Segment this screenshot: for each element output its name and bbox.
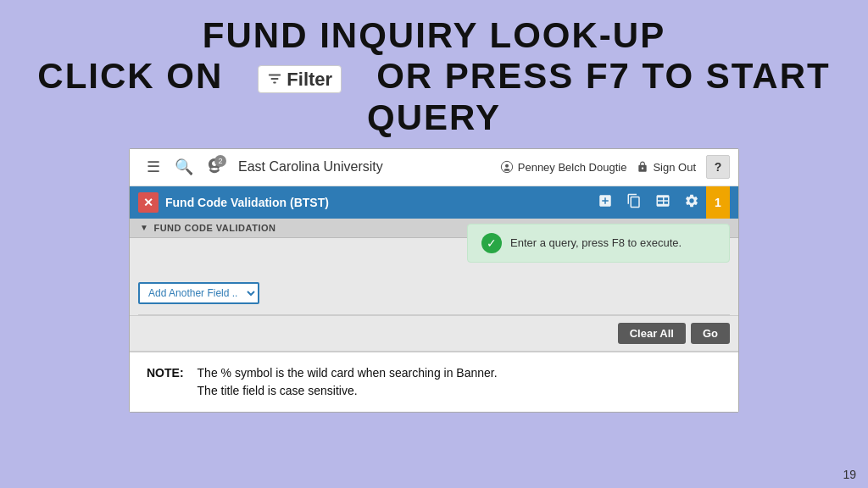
button-row: Clear All Go [130, 315, 738, 351]
go-button[interactable]: Go [691, 323, 730, 344]
tab-number-badge: 1 [706, 186, 730, 219]
note-area: NOTE: The % symbol is the wild card when… [130, 351, 738, 412]
tab-close-button[interactable]: ✕ [138, 192, 159, 213]
hamburger-menu-icon[interactable]: ☰ [138, 152, 169, 182]
note-label: NOTE: [147, 364, 184, 400]
form-area: Add Another Field .. [130, 238, 738, 314]
note-content: The % symbol is the wild card when searc… [198, 364, 498, 400]
nav-bar: ☰ 🔍 2 East Carolina University Penney Be… [130, 149, 738, 186]
nav-username: Penney Belch Dougtie [518, 161, 627, 174]
tab-settings-icon[interactable] [684, 193, 699, 212]
browser-window: ☰ 🔍 2 East Carolina University Penney Be… [129, 148, 739, 413]
nav-user-button[interactable]: Penney Belch Dougtie [500, 160, 627, 174]
tab-add-icon[interactable] [598, 193, 613, 212]
title-text-line2-post: OR PRESS F7 TO START QUERY [367, 56, 831, 136]
tab-icons [598, 193, 699, 212]
note-row: NOTE: The % symbol is the wild card when… [147, 364, 721, 400]
nav-university-name: East Carolina University [230, 159, 500, 175]
title-click-on: CLICK ON [37, 56, 223, 96]
nav-user-area: Penney Belch Dougtie Sign Out ? [500, 155, 730, 179]
add-another-field-select[interactable]: Add Another Field .. [138, 282, 259, 304]
note-line1: The % symbol is the wild card when searc… [198, 364, 498, 382]
filter-icon [267, 71, 282, 86]
search-icon[interactable]: 🔍 [169, 152, 199, 182]
nav-signout-label: Sign Out [653, 161, 696, 174]
section-collapse-icon[interactable]: ▼ [140, 223, 148, 232]
content-area: ▼ FUND CODE VALIDATION ✓ Enter a query, … [130, 219, 738, 351]
note-line2: The title field is case sensitive. [198, 382, 498, 400]
title-line1: FUND INQUIRY LOOK-UP [34, 15, 834, 56]
filter-label: Filter [287, 69, 332, 90]
title-text-line1: FUND INQUIRY LOOK-UP [203, 15, 665, 55]
section-label: FUND CODE VALIDATION [153, 223, 275, 233]
tab-title: Fund Code Validation (BTST) [165, 196, 591, 209]
page-number: 19 [843, 468, 856, 481]
field-row: Add Another Field .. [138, 282, 730, 304]
nav-signout-button[interactable]: Sign Out [637, 161, 696, 174]
tab-copy-icon[interactable] [626, 193, 642, 212]
lock-icon [637, 161, 648, 173]
tab-bar: ✕ Fund Code Validation (BTST) 1 [130, 186, 738, 219]
nav-help-button[interactable]: ? [706, 155, 730, 179]
clear-all-button[interactable]: Clear All [618, 323, 686, 344]
nav-badge-icon[interactable]: 2 [199, 152, 230, 182]
title-line2: CLICK ON Filter OR PRESS F7 TO START QUE… [34, 56, 834, 138]
title-area: FUND INQUIRY LOOK-UP CLICK ON Filter OR … [0, 0, 868, 148]
tab-table-icon[interactable] [655, 193, 670, 212]
filter-button-badge[interactable]: Filter [258, 65, 342, 93]
user-circle-icon [500, 160, 514, 174]
